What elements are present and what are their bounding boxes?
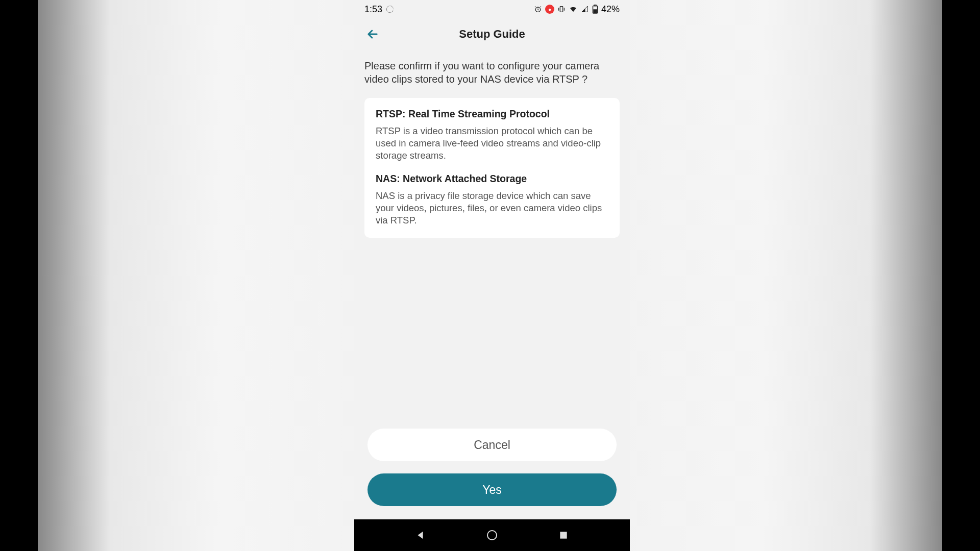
circle-home-icon	[486, 529, 498, 541]
nav-home-button[interactable]	[482, 525, 502, 545]
svg-point-5	[487, 531, 497, 540]
nav-back-button[interactable]	[410, 525, 431, 545]
rtsp-description: RTSP is a video transmission protocol wh…	[376, 125, 608, 162]
alarm-icon	[534, 5, 542, 13]
recording-badge-icon: ●	[545, 5, 554, 14]
app-bar: Setup Guide	[354, 18, 630, 50]
status-time: 1:53	[364, 4, 382, 15]
nas-heading: NAS: Network Attached Storage	[376, 173, 608, 185]
confirmation-prompt: Please confirm if you want to configure …	[364, 59, 620, 86]
status-bar: 1:53 ● 42%	[354, 0, 630, 18]
status-indicator-icon	[386, 6, 394, 13]
svg-rect-1	[560, 7, 562, 12]
rtsp-heading: RTSP: Real Time Streaming Protocol	[376, 108, 608, 120]
arrow-left-icon	[365, 27, 380, 41]
square-recents-icon	[558, 530, 569, 540]
info-card: RTSP: Real Time Streaming Protocol RTSP …	[364, 98, 620, 238]
battery-icon	[592, 5, 598, 14]
content-area: Please confirm if you want to configure …	[354, 50, 630, 519]
svg-rect-6	[560, 532, 567, 538]
nas-description: NAS is a privacy file storage device whi…	[376, 190, 608, 227]
yes-button[interactable]: Yes	[368, 473, 617, 506]
triangle-back-icon	[415, 530, 426, 541]
vibrate-icon	[557, 5, 566, 13]
svg-rect-4	[594, 10, 597, 13]
cancel-button[interactable]: Cancel	[368, 429, 617, 461]
back-button[interactable]	[362, 24, 383, 44]
battery-percentage: 42%	[601, 4, 620, 15]
wifi-icon	[569, 5, 578, 13]
phone-frame: 1:53 ● 42% Setup Gui	[354, 0, 630, 551]
cellular-icon	[581, 5, 589, 13]
nav-recents-button[interactable]	[553, 525, 574, 545]
page-title: Setup Guide	[354, 28, 630, 41]
android-nav-bar	[354, 519, 630, 551]
svg-rect-3	[594, 5, 596, 6]
